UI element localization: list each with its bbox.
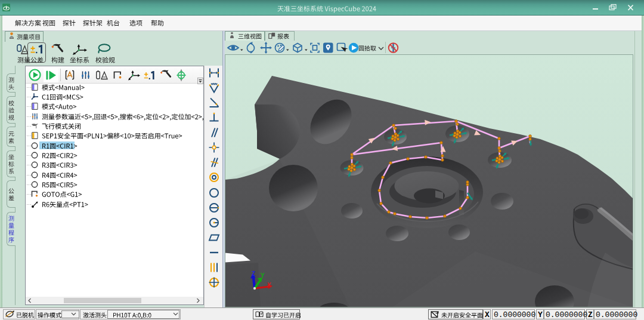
svg-text:X: X bbox=[267, 282, 271, 288]
svg-text:Y: Y bbox=[261, 272, 265, 279]
svg-text:Z: Z bbox=[252, 270, 255, 277]
